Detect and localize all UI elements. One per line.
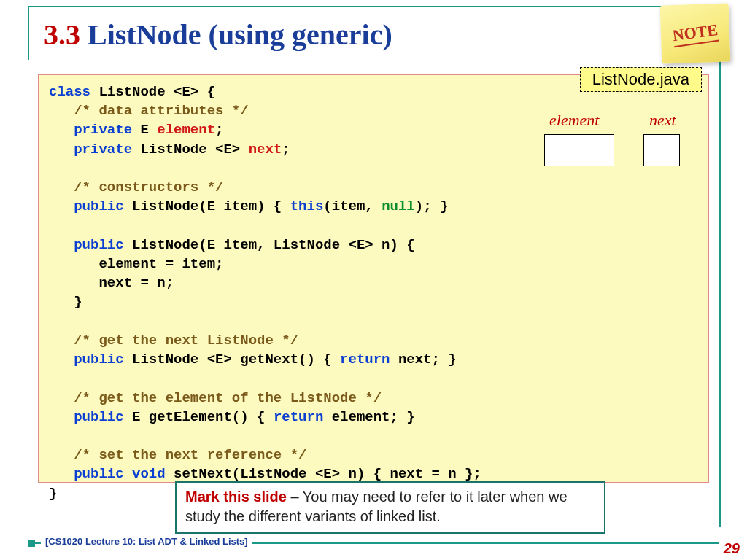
title-text: ListNode (using generic)	[80, 18, 392, 51]
mark-lead: Mark this slide	[185, 489, 287, 505]
diagram-box-element	[544, 134, 614, 166]
diagram-label-element: element	[549, 111, 599, 130]
diagram-box-next	[643, 134, 680, 166]
note-text: NOTE	[671, 20, 719, 47]
code-content: class ListNode <E> { /* data attributes …	[49, 82, 481, 503]
note-sticker: NOTE	[660, 3, 731, 63]
slide-title: 3.3 ListNode (using generic)	[44, 18, 392, 52]
filename-tag: ListNode.java	[580, 67, 702, 92]
diagram-label-next: next	[649, 111, 676, 130]
mark-slide-note: Mark this slide – You may need to refer …	[175, 481, 605, 534]
footer-text: [CS1020 Lecture 10: List ADT & Linked Li…	[41, 536, 252, 547]
page-number: 29	[724, 540, 740, 557]
section-number: 3.3	[44, 18, 80, 51]
